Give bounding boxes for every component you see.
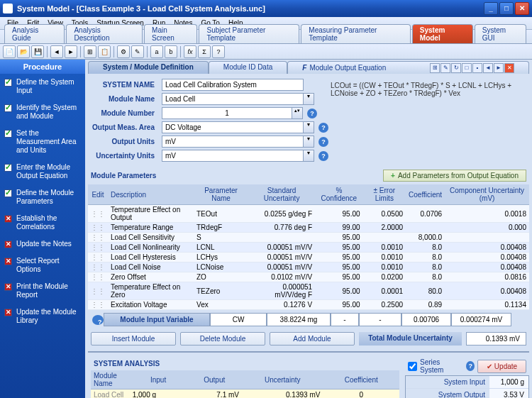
tab-system-model[interactable]: System Model [412,24,473,43]
miv-coef: 0.00706 [401,313,451,326]
module-name-dropdown[interactable]: ▼ [303,93,314,105]
proc-step-3[interactable]: Set the Measurement Area and Units [0,125,85,159]
summary-row: System Input1,000 g [406,376,528,389]
proc-step-4[interactable]: Enter the Module Output Equation [0,159,85,184]
close-button[interactable]: ✕ [515,2,529,15]
tool-open-icon[interactable]: 📂 [17,45,30,58]
proc-step-8[interactable]: Select Report Options [0,253,85,278]
subtab-equation[interactable]: F Module Output Equation ⊞ ✎ ↻ □ • ◄ ► ✕ [287,61,529,74]
proc-step-5[interactable]: Define the Module Parameters [0,184,85,210]
title-bar: System Model - [Class Example 3 - Load C… [0,0,532,17]
table-row[interactable]: ⋮⋮Temperature Effect on ZeroTEZero0.0000… [88,282,529,300]
add-module-button[interactable]: Add Module [270,332,355,346]
tool-paste-icon[interactable]: 📋 [98,45,111,58]
tab-analysis-guide[interactable]: Analysis Guide [4,24,65,43]
module-name-input[interactable] [162,93,304,105]
check-icon [4,189,12,197]
miv-label: Module Input Variable [104,313,210,326]
table-row[interactable]: ⋮⋮Temperature Effect on OutputTEOut0.025… [88,205,529,223]
meas-area-dropdown[interactable]: ▼ [303,121,314,133]
proc-step-2[interactable]: Identify the System and Module [0,99,85,125]
minimize-button[interactable]: _ [484,2,498,15]
table-row[interactable]: ⋮⋮Load Cell SensitivityS95.008,000.0 [88,233,529,243]
tool-new-icon[interactable]: 📄 [3,45,16,58]
help-icon[interactable]: ? [318,137,328,147]
x-icon [4,258,12,265]
tool-save-icon[interactable]: 💾 [31,45,44,58]
proc-step-9[interactable]: Print the Module Report [0,278,85,304]
unc-units-input[interactable] [162,150,304,162]
tool-ref1-icon[interactable]: a [150,45,163,58]
help-icon[interactable]: ? [318,151,328,161]
miv-name: CW [210,313,267,326]
x-icon [4,215,12,223]
tool-calc-icon[interactable]: Σ [198,45,211,58]
tab-subject-template[interactable]: Subject Parameter Template [199,24,299,43]
subtab-definition[interactable]: System / Module Definition [88,61,209,74]
table-row[interactable]: ⋮⋮Excitation VoltageVex0.1276 V95.000.25… [88,300,529,310]
series-checkbox[interactable] [408,362,417,371]
tool-copy-icon[interactable]: ⊞ [84,45,96,58]
help-icon[interactable]: ? [466,361,475,371]
eq-tool-5[interactable]: • [472,63,482,73]
out-units-dropdown[interactable]: ▼ [303,136,314,148]
meas-area-input[interactable] [162,121,304,133]
maximize-button[interactable]: □ [499,2,514,15]
out-units-input[interactable] [162,136,304,148]
eq-tool-7[interactable]: ► [494,63,504,73]
eq-tool-3[interactable]: ↻ [451,63,461,73]
tool-fn-icon[interactable]: fx [184,45,196,58]
x-icon [4,283,12,291]
module-input-row: ? Module Input Variable CW 38.8224 mg - … [88,313,529,326]
insert-module-button[interactable]: Insert Module [91,332,176,346]
system-name-label: SYSTEM NAME [91,81,162,89]
proc-step-6[interactable]: Establish the Correlations [0,210,85,236]
analysis-table: Module Name Input Output Uncertainty Coe… [91,370,399,398]
update-button[interactable]: Update [477,360,526,373]
module-number-input[interactable] [162,107,292,119]
col-comp: Component Uncertainty (mV) [445,184,529,205]
help-icon[interactable]: ? [307,109,317,118]
meas-area-label: Output Meas. Area [91,123,162,131]
tool-back-icon[interactable]: ◄ [50,45,63,58]
eq-tool-close[interactable]: ✕ [504,63,514,73]
unc-units-dropdown[interactable]: ▼ [303,150,314,162]
total-unc-label: Total Module Uncertainty [359,332,462,346]
system-name-input[interactable] [162,79,304,91]
tab-main-screen[interactable]: Main Screen [144,24,197,43]
tool-cfg-icon[interactable]: ⚙ [117,45,130,58]
procedure-sidebar: Procedure Define the System Input Identi… [0,60,85,398]
tool-help-icon[interactable]: ? [212,45,225,58]
table-row[interactable]: ⋮⋮Load Cell HysteresisLCHys0.00051 mV/V9… [88,253,529,262]
eq-tool-4[interactable]: □ [462,63,472,73]
tab-analysis-desc[interactable]: Analysis Description [66,24,143,43]
proc-step-10[interactable]: Update the Module Library [0,304,85,329]
tool-edit-icon[interactable]: ✎ [131,45,144,58]
sub-tabs: System / Module Definition Module ID Dat… [88,61,529,74]
table-row[interactable]: ⋮⋮Load Cell NonlinearityLCNL0.00051 mV/V… [88,243,529,253]
miv-comp: 0.000274 mV [451,313,511,326]
proc-step-7[interactable]: Update the Notes [0,236,85,253]
table-row[interactable]: ⋮⋮Zero OffsetZO0.0102 mV/V95.000.02008.0… [88,272,529,282]
table-row[interactable]: ⋮⋮Load Cell NoiseLCNoise0.00051 mV/V95.0… [88,262,529,272]
eq-tool-6[interactable]: ◄ [483,63,493,73]
tool-fwd-icon[interactable]: ► [65,45,77,58]
proc-step-1[interactable]: Define the System Input [0,74,85,99]
table-row[interactable]: ⋮⋮Temperature RangeTRdegF0.776 deg F99.0… [88,223,529,233]
add-params-button[interactable]: Add Parameters from Output Equation [383,170,526,182]
eq-tool-2[interactable]: ✎ [440,63,450,73]
help-icon[interactable]: ? [318,123,328,133]
tab-measuring-template[interactable]: Measuring Parameter Template [301,24,411,43]
check-icon [4,130,12,138]
tool-ref2-icon[interactable]: b [165,45,177,58]
delete-module-button[interactable]: Delete Module [180,332,265,346]
tab-system-gui[interactable]: System GUI [475,24,526,43]
eq-tool-1[interactable]: ⊞ [430,63,440,73]
toolbar: 📄 📂 💾 ◄ ► ⊞ 📋 ⚙ ✎ a b fx Σ ? [0,44,532,60]
subtab-id-data[interactable]: Module ID Data [209,61,287,74]
table-row[interactable]: Load Cell1,000 g7.1 mV0.1393 mV0 [91,389,399,399]
fx-icon: F [302,64,306,72]
help-icon[interactable]: ? [92,315,104,325]
module-number-spinner[interactable]: ▴▾ [292,107,303,119]
miv-unc: 38.8224 mg [267,313,331,326]
